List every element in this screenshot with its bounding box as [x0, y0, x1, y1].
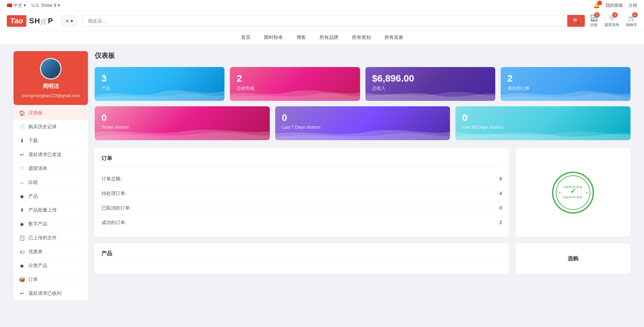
sidebar-label-files: 已上传的文件: [28, 235, 57, 241]
logout-link[interactable]: 注销: [628, 2, 637, 8]
visitors-grid: 0 Today Visitors 0 Last 7 Days Visitors: [95, 106, 630, 140]
svg-text:✓: ✓: [570, 187, 576, 195]
sidebar-label-bulk-upload: 产品批量上传: [28, 207, 57, 213]
sidebar-item-orders[interactable]: 📦 订单: [14, 273, 88, 287]
svg-text:VERIFIED: VERIFIED: [563, 196, 583, 199]
sidebar-menu: 🏠 仪表板 📄 购买历史记录 ⬇ 下载 ↩ 退款请求已发送 ♡ 愿望清单 ↔ 比: [14, 106, 88, 301]
stat-orders-value: 2: [507, 73, 624, 84]
sidebar-label-purchase: 购买历史记录: [28, 124, 57, 130]
sidebar-item-uploaded-files[interactable]: 📋 已上传的文件: [14, 231, 88, 245]
sidebar-label-products: 产品: [28, 193, 38, 199]
lang-label: 中文: [14, 2, 22, 8]
wave-30days: [455, 125, 630, 140]
sidebar-item-downloads[interactable]: ⬇ 下载: [14, 134, 88, 148]
wishlist-button[interactable]: 🤍0 愿望清单: [604, 14, 619, 27]
user-name: 周明洁: [43, 83, 59, 90]
verified-badge-container: VERIFIED ✓ VERIFIED ★ ★: [541, 160, 605, 225]
category-products-icon: ◆: [19, 263, 25, 269]
logo-cart-icon: 🛒: [40, 18, 48, 25]
sidebar-item-refund-sent[interactable]: ↩ 退款请求已发送: [14, 148, 88, 162]
order-row-total: 订单总额: 6: [101, 172, 502, 187]
sidebar-item-digital-products[interactable]: ◆ 数字产品: [14, 217, 88, 231]
sidebar-item-category-products[interactable]: ◆ 分类产品: [14, 259, 88, 273]
menu-icon: ≡: [66, 18, 69, 24]
home-icon: 🏠: [19, 110, 25, 116]
logo[interactable]: Tao SH🛒P: [7, 15, 56, 27]
digital-icon: ◆: [19, 221, 25, 227]
sidebar-item-purchase-history[interactable]: 📄 购买历史记录: [14, 120, 88, 134]
order-cancelled-label: 已取消的订单:: [101, 205, 131, 211]
sidebar-item-dashboard[interactable]: 🏠 仪表板: [14, 106, 88, 120]
stat-sales-value: 2: [237, 73, 353, 84]
my-panel-link[interactable]: 我的面板: [605, 2, 623, 8]
wishlist-badge: 0: [612, 12, 618, 18]
sidebar-item-wishlist[interactable]: ♡ 愿望清单: [14, 162, 88, 176]
nav-sellers[interactable]: 所有卖家: [384, 35, 403, 41]
nav-bar: 首页 限时秒杀 博客 所有品牌 所有类别 所有卖家: [0, 31, 644, 44]
stat-7days-visitors: 0 Last 7 Days Visitors: [275, 106, 450, 140]
wave-revenue: [365, 86, 495, 101]
sidebar-item-coupons[interactable]: 🏷 优惠券: [14, 245, 88, 259]
order-success-label: 成功的订单:: [101, 220, 126, 226]
stat-today-value: 0: [101, 112, 263, 123]
compare-sidebar-icon: ↔: [19, 180, 25, 186]
sidebar-item-refund-received[interactable]: ↩ 退款请求已收到: [14, 287, 88, 301]
sidebar: 周明洁 zhengchenghao223@gmail.com 🏠 仪表板 📄 购…: [14, 51, 88, 314]
verified-badge: VERIFIED ✓ VERIFIED ★ ★: [551, 171, 595, 215]
top-bar-left: 🇨🇳 中文 ▾ U.S. Dollar $ ▾: [7, 2, 60, 8]
page-title: 仪表板: [95, 51, 630, 60]
verified-svg: VERIFIED ✓ VERIFIED ★ ★: [551, 171, 595, 215]
order-row-pending: 待处理订单: 4: [101, 187, 502, 201]
language-selector[interactable]: 🇨🇳 中文 ▾: [7, 2, 26, 8]
stat-successful-orders: 2 成功的订单: [501, 67, 630, 101]
stat-30days-visitors: 0 Last 30 Days Visitors: [455, 106, 630, 140]
nav-blog[interactable]: 博客: [296, 35, 306, 41]
stat-revenue-value: $6,896.00: [372, 73, 488, 84]
files-icon: 📋: [19, 235, 25, 241]
lang-chevron: ▾: [24, 3, 26, 8]
avatar-image: [41, 59, 61, 79]
sidebar-label-digital: 数字产品: [28, 221, 47, 227]
sidebar-label-category-products: 分类产品: [28, 263, 47, 269]
logo-shop: SH🛒P: [26, 15, 56, 27]
download-icon: ⬇: [19, 138, 25, 144]
products-panel: 产品: [95, 243, 509, 274]
top-bar-right: 🔔 我的面板 注销: [593, 2, 637, 8]
currency-chevron: ▾: [58, 3, 60, 8]
stats-grid: 3 产品 2 总销售额: [95, 67, 630, 101]
sidebar-label-dashboard: 仪表板: [28, 110, 43, 116]
document-icon: 📄: [19, 124, 25, 130]
currency-selector[interactable]: U.S. Dollar $ ▾: [31, 3, 60, 8]
sidebar-item-bulk-upload[interactable]: ⬆ 产品批量上传: [14, 203, 88, 217]
sidebar-item-products[interactable]: ◆ 产品: [14, 190, 88, 203]
svg-text:★: ★: [586, 191, 588, 194]
sidebar-label-refund-sent: 退款请求已发送: [28, 152, 62, 158]
refund-received-icon: ↩: [19, 290, 25, 297]
search-input[interactable]: [83, 15, 567, 27]
sidebar-label-refund-received: 退款请求已收到: [28, 290, 62, 297]
stat-products: 3 产品: [95, 67, 224, 101]
orders-icon: 📦: [19, 277, 25, 283]
sidebar-item-compare[interactable]: ↔ 比较: [14, 176, 88, 190]
order-pending-value: 4: [499, 191, 502, 197]
stat-7days-value: 0: [282, 112, 444, 123]
stat-products-value: 3: [101, 73, 218, 84]
nav-categories[interactable]: 所有类别: [352, 35, 371, 41]
wave-7days: [275, 125, 450, 140]
cart-button[interactable]: 🛒0 购物车: [626, 14, 637, 27]
sidebar-label-compare: 比较: [28, 179, 38, 186]
user-email: zhengchenghao223@gmail.com: [22, 93, 80, 98]
nav-flash-sale[interactable]: 限时秒杀: [264, 35, 283, 41]
wave-sales: [230, 86, 360, 101]
nav-brands[interactable]: 所有品牌: [319, 35, 338, 41]
nav-home[interactable]: 首页: [241, 35, 251, 41]
page-content: 周明洁 zhengchenghao223@gmail.com 🏠 仪表板 📄 购…: [0, 44, 644, 321]
compare-button[interactable]: 🔄0 比较: [590, 14, 598, 27]
refund-sent-icon: ↩: [19, 152, 25, 158]
category-button[interactable]: ≡ ▾: [62, 16, 77, 26]
stat-revenue: $6,896.00 总收入: [365, 67, 495, 101]
purchase-panel: 选购: [516, 243, 630, 274]
search-button[interactable]: 🔍: [567, 15, 585, 27]
products-bottom-grid: 产品 选购: [95, 243, 630, 274]
wave-products: [95, 86, 224, 101]
